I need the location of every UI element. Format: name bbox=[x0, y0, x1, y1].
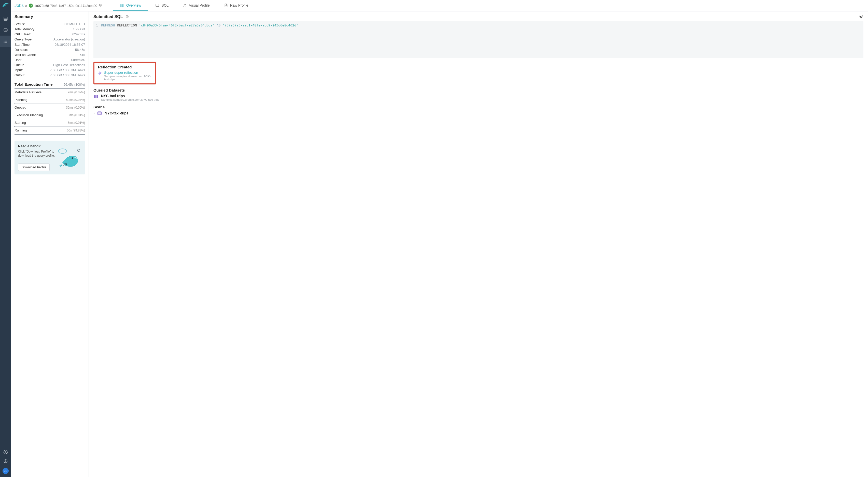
phase-value: 9ms (0.02%) bbox=[68, 91, 85, 94]
tab-visual-profile-label: Visual Profile bbox=[189, 3, 210, 7]
help-text: Click "Download Profile" to download the… bbox=[18, 149, 56, 158]
phase-value: 56s (99.83%) bbox=[67, 129, 85, 132]
exec-time-total: 56.45s (100%) bbox=[63, 82, 85, 87]
svg-point-23 bbox=[121, 6, 121, 7]
svg-rect-0 bbox=[4, 17, 7, 21]
phase-value: 42ms (0.07%) bbox=[66, 98, 85, 102]
reflection-path: Samples.samples.dremio.com.NYC-taxi-trip… bbox=[104, 75, 151, 81]
summary-key: Duration: bbox=[14, 47, 28, 53]
svg-point-31 bbox=[78, 149, 80, 151]
phase-value: 6ms (0.01%) bbox=[68, 121, 85, 125]
dataset-row[interactable]: NYC-taxi-trips Samples.samples.dremio.co… bbox=[93, 94, 863, 101]
summary-value: $dremio$ bbox=[71, 58, 85, 63]
summary-value: COMPLETED bbox=[64, 22, 85, 27]
chevron-right-icon: » bbox=[25, 4, 27, 8]
summary-value: Accelerator (creation) bbox=[54, 37, 85, 42]
copy-icon[interactable] bbox=[99, 4, 103, 8]
summary-row: Query Type:Accelerator (creation) bbox=[14, 37, 85, 42]
summary-key: Query Type: bbox=[14, 37, 33, 42]
theme-toggle-icon[interactable] bbox=[859, 14, 863, 20]
dataset-name: NYC-taxi-trips bbox=[101, 94, 159, 98]
svg-point-12 bbox=[4, 42, 4, 43]
nav-sql-runner[interactable] bbox=[0, 25, 11, 36]
svg-point-15 bbox=[5, 462, 6, 462]
breadcrumb-job-id: 1a072b68-79b8-1a67-150a-0c117a2cea00 bbox=[34, 4, 97, 8]
summary-value: High Cost Reflections bbox=[53, 63, 85, 68]
phase-row: Execution Planning5ms (0.01%) bbox=[14, 111, 85, 119]
summary-key: User: bbox=[14, 58, 22, 63]
svg-point-32 bbox=[71, 158, 73, 159]
breadcrumb-root-link[interactable]: Jobs bbox=[14, 3, 24, 8]
app-logo[interactable] bbox=[2, 2, 9, 9]
phase-row: Running56s (99.83%) bbox=[14, 127, 85, 135]
reflection-created-heading: Reflection Created bbox=[98, 65, 151, 69]
summary-value: 7.68 GB / 338.3M Rows bbox=[50, 73, 85, 78]
summary-row: User:$dremio$ bbox=[14, 58, 85, 63]
svg-point-10 bbox=[4, 40, 4, 40]
summary-key: Input: bbox=[14, 68, 23, 73]
breadcrumb: Jobs » 1a072b68-79b8-1a67-150a-0c117a2ce… bbox=[14, 0, 103, 11]
dataset-icon bbox=[93, 94, 98, 99]
exec-time-header: Total Execution Time 56.45s (100%) bbox=[14, 82, 85, 89]
download-profile-button[interactable]: Download Profile bbox=[18, 164, 50, 171]
phase-name: Starting bbox=[14, 121, 26, 125]
exec-time-heading: Total Execution Time bbox=[14, 82, 53, 87]
summary-row: CPU Used:02m:33s bbox=[14, 32, 85, 37]
summary-value: 7.68 GB / 338.3M Rows bbox=[50, 68, 85, 73]
tab-raw-profile[interactable]: Raw Profile bbox=[217, 0, 255, 11]
svg-point-30 bbox=[58, 149, 67, 153]
scan-row[interactable]: › NYC-taxi-trips bbox=[93, 111, 863, 116]
phase-row: Metadata Retrieval9ms (0.02%) bbox=[14, 89, 85, 96]
nav-jobs[interactable] bbox=[0, 36, 11, 47]
left-nav: DR bbox=[0, 0, 11, 477]
phase-name: Planning bbox=[14, 98, 28, 102]
reflection-name-link[interactable]: Super-duper reflection bbox=[104, 71, 151, 74]
summary-heading: Summary bbox=[14, 14, 85, 19]
phase-row: Planning42ms (0.07%) bbox=[14, 96, 85, 104]
svg-line-41 bbox=[862, 15, 863, 16]
submitted-sql-heading: Submitted SQL bbox=[93, 14, 863, 19]
dataset-icon bbox=[97, 111, 102, 116]
svg-rect-5 bbox=[4, 29, 7, 32]
status-success-icon bbox=[29, 4, 33, 8]
nav-settings[interactable] bbox=[0, 447, 11, 457]
svg-point-27 bbox=[186, 4, 186, 5]
summary-key: Output: bbox=[14, 73, 26, 78]
summary-panel: Summary Status:COMPLETEDTotal Memory:1.9… bbox=[11, 11, 89, 477]
nav-datasets[interactable] bbox=[0, 13, 11, 25]
svg-rect-50 bbox=[98, 112, 101, 115]
narwhal-illustration bbox=[56, 144, 84, 172]
summary-value: <1s bbox=[80, 53, 85, 58]
phase-value: 36ms (0.06%) bbox=[66, 106, 85, 109]
svg-point-26 bbox=[184, 4, 185, 5]
svg-rect-45 bbox=[94, 95, 98, 98]
sql-code-block[interactable]: 1REFRESH REFLECTION 'c8490a33-5fae-46f2-… bbox=[93, 21, 863, 58]
svg-line-38 bbox=[860, 15, 860, 16]
summary-key: Wait on Client: bbox=[14, 53, 36, 58]
nav-help[interactable] bbox=[0, 457, 11, 466]
svg-point-33 bbox=[860, 16, 862, 18]
summary-key: Total Memory: bbox=[14, 27, 35, 32]
summary-value: 03/18/2024 16:56:07 bbox=[55, 42, 85, 47]
reflection-bolt-icon bbox=[98, 71, 101, 75]
scan-name: NYC-taxi-trips bbox=[104, 111, 128, 115]
svg-line-39 bbox=[862, 18, 863, 18]
summary-key: Queue: bbox=[14, 63, 26, 68]
dataset-path: Samples.samples.dremio.com.NYC-taxi-trip… bbox=[101, 98, 159, 101]
tab-overview[interactable]: Overview bbox=[113, 0, 148, 11]
summary-value: 1.99 GB bbox=[73, 27, 85, 32]
scans-heading: Scans bbox=[93, 105, 863, 109]
summary-row: Queue:High Cost Reflections bbox=[14, 63, 85, 68]
tab-visual-profile[interactable]: Visual Profile bbox=[176, 0, 217, 11]
phase-row: Queued36ms (0.06%) bbox=[14, 104, 85, 111]
tab-sql[interactable]: SQL bbox=[148, 0, 176, 11]
svg-point-11 bbox=[4, 41, 4, 41]
user-avatar[interactable]: DR bbox=[3, 468, 9, 474]
expand-chevron-icon[interactable]: › bbox=[93, 111, 94, 115]
copy-sql-icon[interactable] bbox=[125, 15, 130, 19]
help-box: Need a hand? Click "Download Profile" to… bbox=[14, 141, 85, 175]
line-number: 1 bbox=[96, 23, 101, 27]
summary-row: Input:7.68 GB / 338.3M Rows bbox=[14, 68, 85, 73]
svg-point-13 bbox=[5, 451, 6, 453]
queried-datasets-heading: Queried Datasets bbox=[93, 88, 863, 92]
